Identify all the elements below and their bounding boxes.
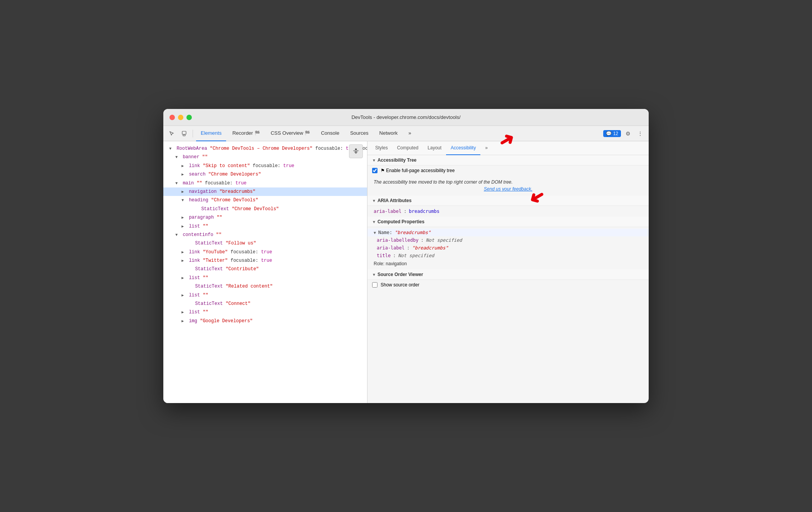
chevron-down-icon: ▼ — [372, 220, 376, 224]
tree-toggle — [188, 266, 192, 273]
tree-line[interactable]: StaticText "Connect" — [163, 300, 367, 308]
chat-badge[interactable]: 💬 12 — [603, 130, 621, 137]
source-order-header[interactable]: ▼ Source Order Viewer — [367, 269, 649, 280]
aria-attr-row: aria-label : breadcrumbs — [367, 207, 649, 215]
tree-line[interactable]: ▼ RootWebArea "Chrome DevTools – Chrome … — [163, 144, 367, 153]
tree-line[interactable]: StaticText "Contribute" — [163, 265, 367, 273]
maximize-button[interactable] — [186, 115, 192, 120]
select-element-button[interactable] — [166, 128, 177, 139]
tree-line[interactable]: ▶ search "Chrome Developers" — [163, 170, 367, 179]
enable-a11y-tree-checkbox[interactable] — [372, 168, 377, 173]
aria-attributes-header[interactable]: ▼ ARIA Attributes — [367, 196, 649, 206]
tree-line[interactable]: ▶ link "YouTube" focusable: true — [163, 248, 367, 256]
tree-line[interactable]: ▼ main "" focusable: true — [163, 179, 367, 187]
tree-toggle[interactable]: ▶ — [181, 249, 186, 256]
traffic-lights — [169, 115, 192, 120]
show-source-order-checkbox[interactable] — [372, 282, 377, 288]
tree-line[interactable]: ▶ link "Twitter" focusable: true — [163, 256, 367, 265]
tree-toggle[interactable]: ▼ — [175, 154, 180, 161]
svg-rect-0 — [182, 131, 186, 134]
role-row: Role: navigation — [367, 259, 649, 268]
tree-line[interactable]: StaticText "Chrome DevTools" — [163, 205, 367, 213]
css-overview-flag-icon: 🏁 — [305, 131, 310, 136]
computed-properties-content: ▼ Name: "breadcrumbs" aria-labelledby : … — [367, 227, 649, 269]
tab-elements[interactable]: Elements — [196, 126, 226, 141]
subtab-computed[interactable]: Computed — [393, 141, 423, 155]
subtab-more[interactable]: » — [480, 141, 492, 155]
show-source-order-label: Show source order — [381, 282, 419, 288]
computed-label-row: aria-label : "breadcrumbs" — [367, 244, 649, 252]
enable-a11y-tree-label: ⚑ Enable full-page accessibility tree — [381, 168, 455, 173]
tree-line[interactable]: ▶ link "Skip to content" focusable: true — [163, 162, 367, 170]
tree-toggle[interactable]: ▼ — [169, 146, 174, 152]
tree-toggle[interactable]: ▶ — [181, 163, 186, 169]
ellipsis-icon: ⋮ — [638, 131, 643, 137]
dom-panel: ▼ RootWebArea "Chrome DevTools – Chrome … — [163, 141, 367, 403]
tree-line[interactable]: ▶ paragraph "" — [163, 213, 367, 222]
chevron-down-icon: ▼ — [372, 199, 376, 203]
enable-a11y-tree-row: ⚑ Enable full-page accessibility tree — [367, 166, 649, 176]
chat-count: 12 — [613, 131, 618, 136]
window-title: DevTools - developer.chrome.com/docs/dev… — [351, 114, 460, 120]
computed-labelledby-row: aria-labelledby : Not specified — [367, 236, 649, 244]
right-subtabs: Styles Computed Layout Accessibility » — [367, 141, 649, 155]
tree-toggle[interactable]: ▶ — [181, 275, 186, 281]
gear-icon: ⚙ — [626, 131, 631, 137]
dom-tree[interactable]: ▼ RootWebArea "Chrome DevTools – Chrome … — [163, 141, 367, 403]
tree-toggle[interactable]: ▶ — [181, 189, 186, 195]
tree-toggle[interactable]: ▼ — [175, 180, 180, 187]
tree-line[interactable]: StaticText "Related content" — [163, 282, 367, 291]
tree-toggle[interactable]: ▶ — [181, 318, 186, 325]
tree-line[interactable]: ▶ img "Google Developers" — [163, 317, 367, 325]
subtab-styles[interactable]: Styles — [371, 141, 393, 155]
more-options-button[interactable]: ⋮ — [635, 128, 646, 139]
accessibility-tree-header[interactable]: ▼ Accessibility Tree — [367, 155, 649, 166]
tab-more[interactable]: » — [404, 126, 416, 141]
recorder-flag-icon: 🏁 — [255, 131, 260, 136]
tree-toggle[interactable]: ▼ — [181, 197, 186, 204]
tree-toggle[interactable]: ▶ — [181, 223, 186, 230]
chevron-down-icon: ▼ — [372, 273, 376, 277]
subtab-accessibility[interactable]: Accessibility — [446, 141, 480, 155]
tab-recorder[interactable]: Recorder 🏁 — [228, 126, 264, 141]
chat-icon: 💬 — [606, 131, 612, 136]
subtab-layout[interactable]: Layout — [423, 141, 446, 155]
close-button[interactable] — [169, 115, 175, 120]
tree-line[interactable]: StaticText "Follow us" — [163, 239, 367, 248]
tree-toggle[interactable]: ▶ — [181, 171, 186, 178]
tree-line[interactable]: ▶ list "" — [163, 291, 367, 300]
device-toolbar-button[interactable] — [179, 128, 190, 139]
a11y-flag-icon: ⚑ — [381, 168, 386, 173]
feedback-link[interactable]: Send us your feedback. — [374, 186, 643, 192]
tab-css-overview[interactable]: CSS Overview 🏁 — [266, 126, 315, 141]
tree-toggle — [188, 240, 192, 247]
accessibility-tree-button[interactable] — [349, 144, 363, 158]
chevron-down-icon: ▼ — [374, 231, 376, 235]
tree-toggle[interactable]: ▶ — [181, 292, 186, 299]
a11y-info-text: The accessibility tree moved to the top … — [367, 176, 649, 196]
tree-toggle — [188, 301, 192, 307]
tab-network[interactable]: Network — [375, 126, 403, 141]
tab-console[interactable]: Console — [316, 126, 344, 141]
tree-line[interactable]: ▶ list "" — [163, 222, 367, 231]
tree-toggle[interactable]: ▶ — [181, 309, 186, 316]
tree-line[interactable]: ▼ heading "Chrome DevTools" — [163, 196, 367, 204]
tree-toggle — [194, 206, 198, 212]
show-source-order-row: Show source order — [367, 280, 649, 290]
minimize-button[interactable] — [178, 115, 183, 120]
computed-name-row: ▼ Name: "breadcrumbs" — [367, 229, 649, 236]
tree-toggle[interactable]: ▶ — [181, 258, 186, 264]
accessibility-panel: ▼ Accessibility Tree ⚑ Enable full-page … — [367, 155, 649, 403]
tree-line[interactable]: ▶ list "" — [163, 308, 367, 316]
svg-point-2 — [355, 149, 357, 151]
tree-line[interactable]: ▼ banner "" — [163, 153, 367, 161]
tab-sources[interactable]: Sources — [346, 126, 373, 141]
tree-toggle[interactable]: ▼ — [175, 232, 180, 238]
settings-button[interactable]: ⚙ — [622, 128, 633, 139]
aria-attributes-content: aria-label : breadcrumbs — [367, 206, 649, 217]
tree-line[interactable]: ▼ contentinfo "" — [163, 231, 367, 239]
tree-toggle[interactable]: ▶ — [181, 214, 186, 221]
tree-line[interactable]: ▶ list "" — [163, 274, 367, 282]
computed-properties-header[interactable]: ▼ Computed Properties — [367, 217, 649, 227]
tree-line-selected[interactable]: ▶ navigation "breadcrumbs" — [163, 187, 367, 196]
